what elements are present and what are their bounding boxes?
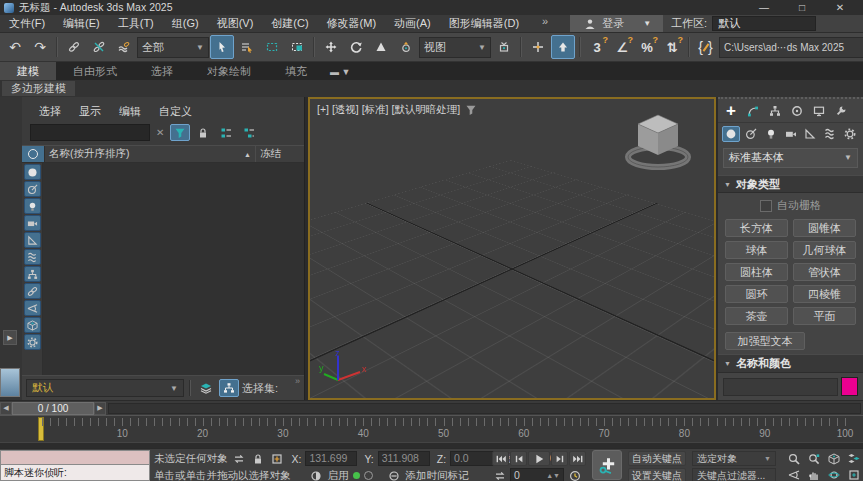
select-object-icon[interactable] xyxy=(210,35,234,59)
primitive-button[interactable]: 长方体 xyxy=(725,219,788,237)
minimize-button[interactable]: — xyxy=(745,0,783,15)
tab-display-icon[interactable] xyxy=(810,103,828,119)
primitive-button[interactable]: 几何球体 xyxy=(793,241,856,259)
viewport-filter-icon[interactable] xyxy=(465,104,477,116)
menu-item[interactable]: 组(G) xyxy=(163,15,208,32)
tab-hierarchy-icon[interactable] xyxy=(766,103,784,119)
select-and-place-icon[interactable] xyxy=(394,35,418,59)
listener-line[interactable]: 脚本迷你侦听: xyxy=(0,465,150,481)
ribbon-tab[interactable]: 选择 xyxy=(134,62,190,80)
snap-toggle-3d-icon[interactable]: 3? xyxy=(585,35,609,59)
perspective-viewport[interactable]: [+] [透视] [标准] [默认明暗处理] xyxy=(308,97,716,400)
explorer-menu-item[interactable]: 自定义 xyxy=(152,104,199,119)
select-and-manipulate-icon[interactable] xyxy=(526,35,550,59)
workspace-selector[interactable]: 默认 xyxy=(712,16,816,31)
pan-hand-icon[interactable] xyxy=(804,467,823,481)
selection-lock-icon[interactable] xyxy=(251,452,266,465)
rollout-object-type[interactable]: ▼对象类型 xyxy=(718,175,863,194)
display-xrefs-icon[interactable] xyxy=(24,283,41,299)
autogrid-checkbox[interactable] xyxy=(760,200,772,212)
menu-item[interactable]: 文件(F) xyxy=(0,15,54,32)
spinner-snap-icon[interactable]: ⇅? xyxy=(660,35,684,59)
close-button[interactable]: ✕ xyxy=(821,0,859,15)
time-slider-handle[interactable]: 0 / 100 xyxy=(12,402,94,415)
collapse-tree-icon[interactable] xyxy=(239,124,259,141)
frozen-column-header[interactable]: 冻结 xyxy=(256,146,304,162)
menu-item[interactable]: 动画(A) xyxy=(385,15,440,32)
previous-frame-icon[interactable] xyxy=(510,451,527,466)
primitive-button[interactable]: 茶壶 xyxy=(725,307,788,325)
adaptive-degradation-icon[interactable] xyxy=(309,469,324,481)
primitive-button[interactable]: 圆柱体 xyxy=(725,263,788,281)
key-filters-button[interactable]: 关键点过滤器... xyxy=(692,468,776,481)
menu-overflow[interactable]: » xyxy=(528,15,562,32)
bind-to-spacewarp-icon[interactable] xyxy=(112,35,136,59)
rectangular-selection-icon[interactable] xyxy=(260,35,284,59)
current-frame-marker[interactable] xyxy=(38,417,44,441)
category-spacewarps-icon[interactable] xyxy=(821,126,839,142)
go-to-end-icon[interactable] xyxy=(569,451,586,466)
cycle-selection-icon[interactable] xyxy=(232,452,247,465)
use-pivot-center-icon[interactable] xyxy=(492,35,516,59)
primitive-button[interactable]: 平面 xyxy=(793,307,856,325)
textplus-button[interactable]: 加强型文本 xyxy=(725,332,805,350)
previous-frame-arrow[interactable]: ◀ xyxy=(0,402,12,415)
time-tag-icon[interactable] xyxy=(387,469,402,481)
zoom-all-icon[interactable] xyxy=(804,451,823,466)
current-frame-field[interactable]: 0▲▼ xyxy=(510,468,564,481)
set-keys-button[interactable] xyxy=(592,450,622,480)
crossing-selection-icon[interactable] xyxy=(285,35,309,59)
primitive-button[interactable]: 圆环 xyxy=(725,285,788,303)
explorer-list-area[interactable] xyxy=(43,163,304,375)
explorer-menu-item[interactable]: 显示 xyxy=(72,104,108,119)
viewport-layout-tab[interactable] xyxy=(0,368,20,397)
category-lights-icon[interactable] xyxy=(762,126,780,142)
expand-panel-button[interactable]: ▶ xyxy=(3,330,17,345)
explorer-search-input[interactable] xyxy=(30,124,150,141)
display-containers-icon[interactable] xyxy=(24,317,41,333)
next-frame-icon[interactable] xyxy=(551,451,568,466)
clear-search-icon[interactable]: ✕ xyxy=(153,127,167,138)
next-frame-arrow[interactable]: ▶ xyxy=(94,402,106,415)
tab-polygon-modeling[interactable]: 多边形建模 xyxy=(2,81,75,96)
primitive-type-dropdown[interactable]: 标准基本体▼ xyxy=(723,148,858,168)
category-systems-icon[interactable] xyxy=(841,126,859,142)
ribbon-tab[interactable]: 自由形式 xyxy=(56,62,134,80)
y-coordinate-field[interactable]: 311.908 xyxy=(378,451,430,466)
menu-item[interactable]: 工具(T) xyxy=(109,15,163,32)
object-name-input[interactable] xyxy=(723,378,838,396)
selected-objects-dropdown[interactable]: 选定对象▼ xyxy=(692,451,776,466)
object-color-swatch[interactable] xyxy=(841,377,858,396)
named-selection-sets-icon[interactable]: {} xyxy=(694,35,718,59)
primitive-button[interactable]: 管状体 xyxy=(793,263,856,281)
hierarchy-view-icon[interactable] xyxy=(219,379,239,397)
undo-icon[interactable]: ↶ xyxy=(3,35,27,59)
viewcube[interactable] xyxy=(616,107,700,173)
project-folder-dropdown[interactable]: C:\Users\ad⋯ds Max 2025▼ xyxy=(719,37,863,58)
display-bones-icon[interactable] xyxy=(24,300,41,316)
absolute-offset-icon[interactable] xyxy=(270,452,285,465)
select-and-scale-icon[interactable] xyxy=(369,35,393,59)
display-helpers-icon[interactable] xyxy=(24,232,41,248)
tab-modify-icon[interactable] xyxy=(744,103,762,119)
tab-create-icon[interactable]: + xyxy=(722,103,740,119)
search-filter-icon[interactable] xyxy=(170,124,190,141)
keyboard-shortcut-override-icon[interactable] xyxy=(551,35,575,59)
reference-coordinate-dropdown[interactable]: 视图▼ xyxy=(419,37,491,58)
set-key-button[interactable]: 设置关键点 xyxy=(628,468,686,481)
menu-item[interactable]: 创建(C) xyxy=(262,15,317,32)
display-lights-icon[interactable] xyxy=(24,198,41,214)
ribbon-tab[interactable]: 建模 xyxy=(0,62,56,80)
auto-key-button[interactable]: 自动关键点 xyxy=(628,451,686,466)
select-and-move-icon[interactable] xyxy=(319,35,343,59)
display-materials-icon[interactable] xyxy=(24,334,41,350)
primitive-button[interactable]: 四棱锥 xyxy=(793,285,856,303)
menu-item[interactable]: 编辑(E) xyxy=(54,15,109,32)
display-spacewarps-icon[interactable] xyxy=(24,249,41,265)
percent-snap-icon[interactable]: %? xyxy=(635,35,659,59)
key-mode-toggle-icon[interactable] xyxy=(492,469,507,481)
name-column-header[interactable]: 名称(按升序排序) ▲ xyxy=(45,146,256,162)
menu-item[interactable]: 图形编辑器(D) xyxy=(440,15,528,32)
zoom-icon[interactable] xyxy=(784,451,803,466)
category-shapes-icon[interactable] xyxy=(742,126,760,142)
